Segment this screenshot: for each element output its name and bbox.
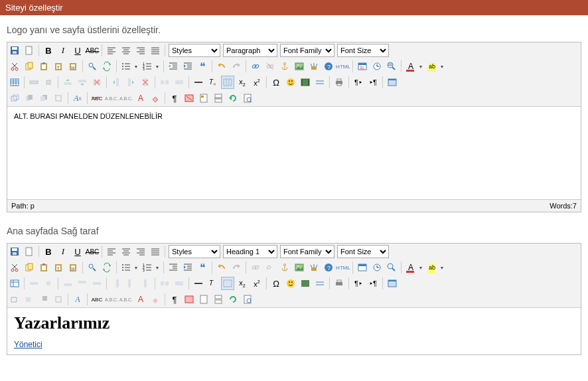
paste-word-icon[interactable]: W xyxy=(66,60,80,73)
align-center-button[interactable] xyxy=(119,44,133,57)
newdoc-icon[interactable] xyxy=(23,44,36,57)
image-button[interactable] xyxy=(293,261,306,274)
dropdown-arrow[interactable]: ▼ xyxy=(133,60,139,73)
html-button[interactable]: HTML xyxy=(336,60,350,73)
format-select[interactable]: Heading 1 xyxy=(223,245,277,258)
abc2-button[interactable]: A.B.C. xyxy=(119,92,133,105)
eraser-button[interactable] xyxy=(149,92,162,105)
bold-button[interactable]: B xyxy=(42,245,55,258)
movebackward-button[interactable] xyxy=(37,293,50,306)
date-button[interactable] xyxy=(356,261,369,274)
indent-button[interactable] xyxy=(181,261,194,274)
movebackward-button[interactable] xyxy=(37,92,50,105)
restore-button[interactable] xyxy=(226,92,240,105)
ltr-button[interactable]: ¶‣ xyxy=(352,76,365,89)
cut-icon[interactable] xyxy=(8,261,21,274)
remove-format-button[interactable]: T xyxy=(206,277,220,290)
paste-text-icon[interactable]: T xyxy=(52,60,65,73)
visualchars-button[interactable]: ¶ xyxy=(168,92,181,105)
row-before-button[interactable] xyxy=(61,277,74,290)
align-justify-button[interactable] xyxy=(149,44,162,57)
row-after-button[interactable] xyxy=(76,277,89,290)
fontfamily-select[interactable]: Font Family xyxy=(280,245,334,258)
undo-button[interactable] xyxy=(215,60,228,73)
fullscreen-button[interactable] xyxy=(386,76,399,89)
table-button[interactable] xyxy=(8,277,21,290)
fullscreen-button[interactable] xyxy=(386,277,399,290)
dropdown-arrow[interactable]: ▼ xyxy=(418,60,423,73)
ltr-button[interactable]: ¶‣ xyxy=(352,277,365,290)
strike-button[interactable]: ABC xyxy=(86,245,99,258)
copy-icon[interactable] xyxy=(23,60,36,73)
bold-button[interactable]: B xyxy=(42,44,55,57)
visualchars-button[interactable]: ¶ xyxy=(168,293,181,306)
col-after-button[interactable] xyxy=(124,76,137,89)
format-select[interactable]: Paragraph xyxy=(223,44,277,57)
media-button[interactable] xyxy=(299,76,312,89)
align-center-button[interactable] xyxy=(119,245,133,258)
paste-text-icon[interactable]: T xyxy=(52,261,65,274)
table-button[interactable] xyxy=(8,76,21,89)
time-button[interactable] xyxy=(370,60,384,73)
forecolor-button[interactable]: A xyxy=(404,261,417,274)
blockquote-button[interactable]: ❝ xyxy=(196,261,209,274)
underline-button[interactable]: U xyxy=(71,245,84,258)
restore-button[interactable] xyxy=(226,293,240,306)
strike-button[interactable]: ABC xyxy=(86,44,99,57)
sub-button[interactable]: x2 xyxy=(236,277,249,290)
help-button[interactable]: ? xyxy=(322,261,335,274)
editor-content[interactable]: ALT. BURASI PANELDEN DÜZENLENEBİLİR xyxy=(7,106,581,199)
row-props-button[interactable] xyxy=(27,76,40,89)
dropdown-arrow[interactable]: ▼ xyxy=(439,60,445,73)
styles-select[interactable]: Styles xyxy=(169,245,220,258)
cell-props-button[interactable] xyxy=(42,277,55,290)
absolute-button[interactable] xyxy=(52,293,65,306)
image-button[interactable] xyxy=(293,60,306,73)
save-icon[interactable] xyxy=(8,44,21,57)
editor-content[interactable]: Yazarlarımız Yönetici xyxy=(7,307,581,354)
find-icon[interactable] xyxy=(86,60,99,73)
fontsize-select[interactable]: Font Size xyxy=(337,44,389,57)
copy-icon[interactable] xyxy=(23,261,36,274)
undo-button[interactable] xyxy=(215,261,228,274)
template-button[interactable] xyxy=(197,293,210,306)
styles-select[interactable]: Styles xyxy=(169,44,220,57)
outdent-button[interactable] xyxy=(167,60,180,73)
dropdown-arrow[interactable]: ▼ xyxy=(439,261,445,274)
sup-button[interactable]: x2 xyxy=(250,76,263,89)
nonbreaking-button[interactable] xyxy=(183,92,196,105)
moveforward-button[interactable] xyxy=(23,92,36,105)
rtl-button[interactable]: ‣¶ xyxy=(366,277,380,290)
merge-cells-button[interactable] xyxy=(173,76,186,89)
styleprops-button[interactable]: A xyxy=(71,293,84,306)
cleanup-button[interactable] xyxy=(307,60,321,73)
row-before-button[interactable] xyxy=(61,76,74,89)
hr-button[interactable] xyxy=(192,277,205,290)
dropdown-arrow[interactable]: ▼ xyxy=(418,261,423,274)
save-icon[interactable] xyxy=(8,245,21,258)
newdoc-icon[interactable] xyxy=(23,245,36,258)
blockquote-button[interactable]: ❝ xyxy=(196,60,209,73)
align-justify-button[interactable] xyxy=(149,245,162,258)
cut-icon[interactable] xyxy=(8,60,21,73)
remove-format-button[interactable]: T× xyxy=(206,76,220,89)
split-cells-button[interactable] xyxy=(158,277,171,290)
forecolor2-button[interactable]: A xyxy=(134,293,147,306)
rtl-button[interactable]: ‣¶ xyxy=(366,76,380,89)
paste-icon[interactable] xyxy=(37,60,50,73)
italic-button[interactable]: I xyxy=(56,44,70,57)
moveforward-button[interactable] xyxy=(23,293,36,306)
styleprops-button[interactable]: AA xyxy=(71,92,84,105)
row-props-button[interactable] xyxy=(27,277,40,290)
indent-button[interactable] xyxy=(181,60,194,73)
emoticon-button[interactable] xyxy=(284,277,297,290)
dropdown-arrow[interactable]: ▼ xyxy=(155,261,160,274)
date-button[interactable]: 31 xyxy=(356,60,369,73)
col-after-button[interactable] xyxy=(124,277,137,290)
backcolor-button[interactable]: ab xyxy=(425,60,439,73)
preview-button[interactable] xyxy=(385,60,398,73)
redo-button[interactable] xyxy=(230,261,243,274)
link-button[interactable] xyxy=(249,60,262,73)
abc-button[interactable]: A.B.C. xyxy=(105,92,118,105)
visual-aid-button[interactable] xyxy=(221,277,234,290)
